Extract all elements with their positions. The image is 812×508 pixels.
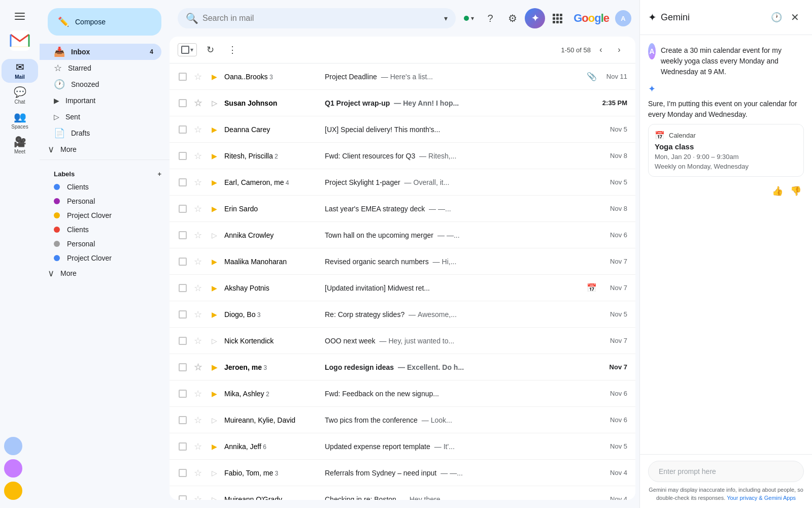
help-button[interactable]: ? xyxy=(480,8,500,28)
email-checkbox[interactable] xyxy=(178,283,188,293)
email-checkbox[interactable] xyxy=(178,124,188,135)
star-button[interactable]: ☆ xyxy=(192,414,204,426)
email-row[interactable]: ☆ ▶ Mika, Ashley 2 Fwd: Feedback on the … xyxy=(170,380,635,407)
star-button[interactable]: ☆ xyxy=(192,388,204,400)
email-row[interactable]: ☆ ▶ Annika, Jeff 6 Updated expense repor… xyxy=(170,433,635,460)
important-icon: ▶ xyxy=(54,97,59,105)
email-row[interactable]: ☆ ▶ Ritesh, Priscilla 2 Fwd: Client reso… xyxy=(170,143,635,169)
star-button[interactable]: ☆ xyxy=(192,308,204,321)
drafts-label: Drafts xyxy=(71,129,90,137)
sidebar-more-item[interactable]: ∨ More xyxy=(40,141,161,157)
star-button[interactable]: ☆ xyxy=(192,256,204,268)
email-checkbox[interactable] xyxy=(178,336,188,346)
email-row[interactable]: ☆ ▶ Akshay Potnis [Updated invitation] M… xyxy=(170,275,635,301)
gemini-history-button[interactable]: 🕐 xyxy=(767,8,786,26)
email-checkbox[interactable] xyxy=(178,309,188,320)
sidebar-item-drafts[interactable]: 📄 Drafts xyxy=(40,125,161,141)
email-row[interactable]: ☆ ▷ Fabio, Tom, me 3 Referrals from Sydn… xyxy=(170,460,635,486)
labels-more-item[interactable]: ∨ More xyxy=(40,265,161,281)
gemini-button[interactable]: ✦ xyxy=(525,8,545,28)
gemini-privacy-link[interactable]: Your privacy & Gemini Apps xyxy=(727,495,796,501)
email-checkbox[interactable] xyxy=(178,441,188,452)
email-row[interactable]: ☆ ▶ Maalika Manoharan Revised organic se… xyxy=(170,248,635,275)
star-button[interactable]: ☆ xyxy=(192,493,204,500)
email-checkbox[interactable] xyxy=(178,72,188,82)
star-button[interactable]: ☆ xyxy=(192,440,204,453)
star-button[interactable]: ☆ xyxy=(192,203,204,215)
star-button[interactable]: ☆ xyxy=(192,97,204,109)
add-label-button[interactable]: + xyxy=(157,170,161,178)
attachment-icon: 📎 xyxy=(587,72,597,81)
email-checkbox[interactable] xyxy=(178,98,188,108)
label-item-clients2[interactable]: Clients xyxy=(40,223,161,237)
refresh-button[interactable]: ↻ xyxy=(201,41,219,59)
nav-item-mail[interactable]: ✉ Mail xyxy=(2,59,38,83)
label-item-clients1[interactable]: Clients xyxy=(40,180,161,194)
hamburger-menu[interactable] xyxy=(8,4,32,28)
search-input[interactable] xyxy=(202,14,440,23)
email-checkbox[interactable] xyxy=(178,257,188,267)
sidebar-item-sent[interactable]: ▷ Sent xyxy=(40,109,161,125)
nav-item-chat[interactable]: 💬 Chat xyxy=(2,84,38,108)
email-checkbox[interactable] xyxy=(178,494,188,500)
star-button[interactable]: ☆ xyxy=(192,335,204,347)
settings-button[interactable]: ⚙ xyxy=(502,8,523,28)
email-checkbox[interactable] xyxy=(178,151,188,161)
email-row[interactable]: ☆ ▷ Muireann O'Grady Checking in re: Bos… xyxy=(170,486,635,500)
email-row[interactable]: ☆ ▶ Deanna Carey [UX] Special delivery! … xyxy=(170,116,635,143)
status-indicator[interactable]: ▾ xyxy=(460,13,478,24)
sidebar-item-important[interactable]: ▶ Important xyxy=(40,92,161,109)
select-all-checkbox[interactable]: ▾ xyxy=(178,43,197,56)
email-checkbox[interactable] xyxy=(178,362,188,372)
star-button[interactable]: ☆ xyxy=(192,123,204,136)
user-avatar[interactable]: A xyxy=(615,10,631,26)
google-logo: Google xyxy=(573,12,609,25)
star-button[interactable]: ☆ xyxy=(192,150,204,162)
important-marker: ▶ xyxy=(208,176,220,188)
email-row[interactable]: ☆ ▷ Susan Johnson Q1 Project wrap-up —He… xyxy=(170,90,635,116)
star-button[interactable]: ☆ xyxy=(192,176,204,188)
email-row[interactable]: ☆ ▶ Jeroen, me 3 Logo redesign ideas —Ex… xyxy=(170,354,635,380)
apps-button[interactable] xyxy=(547,8,567,28)
star-button[interactable]: ☆ xyxy=(192,229,204,241)
thumbs-down-button[interactable]: 👎 xyxy=(788,183,804,199)
sidebar-item-inbox[interactable]: 📥 Inbox 4 xyxy=(40,44,161,60)
important-marker: ▷ xyxy=(208,467,220,479)
label-item-project-clover2[interactable]: Project Clover xyxy=(40,251,161,265)
email-checkbox[interactable] xyxy=(178,389,188,399)
sidebar-item-starred[interactable]: ☆ Starred xyxy=(40,60,161,76)
label-item-personal1[interactable]: Personal xyxy=(40,194,161,208)
email-row[interactable]: ☆ ▶ Erin Sardo Last year's EMEA strategy… xyxy=(170,196,635,222)
label-item-project-clover1[interactable]: Project Clover xyxy=(40,208,161,223)
label-item-personal2[interactable]: Personal xyxy=(40,237,161,251)
prev-page-button[interactable]: ‹ xyxy=(593,42,609,58)
email-checkbox[interactable] xyxy=(178,230,188,240)
email-row[interactable]: ☆ ▷ Nick Kortendick OOO next week —Hey, … xyxy=(170,328,635,354)
email-row[interactable]: ☆ ▷ Annika Crowley Town hall on the upco… xyxy=(170,222,635,248)
email-checkbox[interactable] xyxy=(178,204,188,214)
gemini-prompt-input[interactable]: Enter prompt here xyxy=(648,461,804,482)
search-bar[interactable]: 🔍 ▾ xyxy=(178,8,456,28)
email-row[interactable]: ☆ ▶ Diogo, Bo 3 Re: Corp strategy slides… xyxy=(170,301,635,328)
star-button[interactable]: ☆ xyxy=(192,467,204,479)
search-dropdown-icon[interactable]: ▾ xyxy=(444,14,448,22)
more-options-button[interactable]: ⋮ xyxy=(223,41,242,59)
email-checkbox[interactable] xyxy=(178,468,188,478)
svg-rect-14 xyxy=(560,21,562,23)
nav-item-meet[interactable]: 🎥 Meet xyxy=(2,134,38,157)
star-button[interactable]: ☆ xyxy=(192,282,204,294)
compose-button[interactable]: ✏️ Compose xyxy=(48,8,161,36)
email-checkbox[interactable] xyxy=(178,177,188,187)
sidebar-item-snoozed[interactable]: 🕐 Snoozed xyxy=(40,76,161,92)
star-button[interactable]: ☆ xyxy=(192,71,204,83)
email-row[interactable]: ☆ ▷ Muireann, Kylie, David Two pics from… xyxy=(170,407,635,433)
star-button[interactable]: ☆ xyxy=(192,361,204,373)
gemini-close-button[interactable]: ✕ xyxy=(786,8,804,26)
email-checkbox[interactable] xyxy=(178,415,188,425)
email-row[interactable]: ☆ ▶ Oana..Brooks 3 Project Deadline —Her… xyxy=(170,64,635,90)
thumbs-up-button[interactable]: 👍 xyxy=(769,183,786,199)
next-page-button[interactable]: › xyxy=(611,42,627,58)
nav-item-spaces[interactable]: 👥 Spaces xyxy=(2,109,38,133)
email-row[interactable]: ☆ ▶ Earl, Cameron, me 4 Project Skylight… xyxy=(170,169,635,196)
email-sender: Nick Kortendick xyxy=(224,337,321,345)
